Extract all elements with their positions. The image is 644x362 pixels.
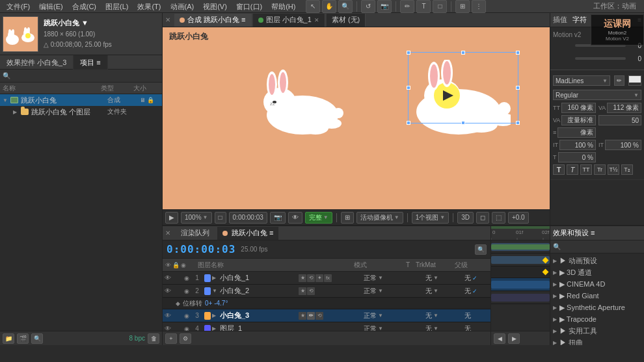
close-tab-2[interactable]: ✕	[314, 17, 319, 23]
effect-utility[interactable]: ▶ ▶ 实用工具	[550, 325, 644, 337]
layer2-expand[interactable]: ▼	[212, 288, 220, 294]
tab-character[interactable]: 字符	[572, 15, 587, 25]
new-folder-btn[interactable]: 📁	[3, 333, 14, 344]
add-layer-btn[interactable]: +	[165, 333, 177, 344]
menu-edit[interactable]: 编辑(E)	[35, 0, 67, 13]
tool-rotate[interactable]: ↺	[361, 0, 375, 13]
it-size-value[interactable]: 100 %	[559, 140, 596, 150]
grid-btn[interactable]: ⊞	[341, 212, 354, 224]
edit-font-btn[interactable]: ✏	[614, 75, 624, 86]
resolution-ctrl[interactable]: □	[215, 212, 226, 224]
menu-window[interactable]: 窗口(口)	[232, 0, 266, 13]
views-ctrl[interactable]: 1个视图 ▼	[412, 212, 449, 224]
tt-btn[interactable]: TT	[580, 164, 592, 175]
next-kf-btn[interactable]: ▶	[508, 333, 520, 344]
effect-distort[interactable]: ▶ ▶ 扭曲	[550, 337, 644, 345]
layer2-mode[interactable]: 正常 ▼	[364, 287, 416, 296]
layer-row-4[interactable]: 👁 ◉ 4 ▶ 图层_1 正常 ▼	[163, 322, 490, 331]
tab-effects-presets[interactable]: 效果和预设 ≡	[553, 228, 595, 238]
layer1-mode[interactable]: 正常 ▼	[364, 274, 416, 283]
new-comp-btn[interactable]: 🎬	[17, 333, 29, 344]
tab-project[interactable]: 项目 ≡	[74, 55, 107, 70]
zoom-ctrl[interactable]: 100% ▼	[181, 212, 212, 224]
layer2-trkmat[interactable]: 无 ▼	[425, 287, 464, 296]
effect-synthetic-aperture[interactable]: ▶ ▶ Synthetic Aperture	[550, 302, 644, 313]
play-btn[interactable]: ▶	[165, 212, 178, 224]
project-search-input[interactable]	[13, 72, 159, 79]
layer1-expand[interactable]: ▶	[212, 275, 220, 281]
tool-text[interactable]: T	[416, 0, 431, 13]
search-project-btn[interactable]: 🔍	[31, 333, 43, 344]
font-size-value[interactable]: 160 像素	[561, 103, 596, 113]
menu-layer[interactable]: 图层(L)	[101, 0, 132, 13]
show-hide-btn[interactable]: 👁	[288, 212, 302, 224]
font-name-dropdown[interactable]: MadLines ▼	[553, 75, 610, 86]
tab-render-queue[interactable]: 渲染队列	[176, 227, 215, 240]
3d-btn[interactable]: 3D	[457, 212, 474, 224]
comp-tab-2[interactable]: 图层 小白兔_1 ✕	[253, 14, 325, 27]
ratio-value[interactable]: 0 %	[558, 152, 597, 162]
effect-anim-presets[interactable]: ▶ ▶ 动画预设	[550, 255, 644, 266]
font-style-dropdown[interactable]: Regular ▼	[553, 90, 641, 100]
baseline-value[interactable]: 像素	[557, 127, 596, 138]
tsub-btn[interactable]: T₂	[621, 164, 633, 175]
kerning-value[interactable]: 112 像素	[607, 103, 641, 113]
layer1-eye[interactable]: 👁	[163, 274, 173, 281]
tool-select[interactable]: ↖	[306, 0, 320, 13]
layer-row-1[interactable]: 👁 ◉ 1 ▶ 小白兔_1 ★ ⟲ ✦ fx	[163, 272, 490, 285]
snapshot-btn[interactable]: 📷	[270, 212, 286, 224]
tab-effects-controls[interactable]: 效果控件 小白兔_3	[0, 55, 74, 70]
layer1-level[interactable]: 无 ✓	[464, 274, 490, 283]
search-timeline-btn[interactable]: 🔍	[475, 244, 487, 255]
it-size2-value[interactable]: 100 %	[605, 140, 641, 150]
layer3-level[interactable]: 无	[464, 311, 490, 320]
layer1-trkmat[interactable]: 无 ▼	[425, 274, 464, 283]
timecode-ctrl[interactable]: 0:00:00:03	[229, 212, 267, 224]
layer-row-3[interactable]: 👁 ◉ 3 ▶ 小白兔_3 ★ ✏ ⟲	[163, 309, 490, 322]
timeline-ruler[interactable]: 0 01f 02f 03f 04f 05f 06f	[491, 226, 550, 240]
tool-pen[interactable]: ✏	[400, 0, 414, 13]
delete-btn[interactable]: 🗑	[148, 333, 159, 344]
layer3-eye[interactable]: 👁	[163, 312, 173, 319]
tr-btn[interactable]: Tr	[594, 164, 606, 175]
timecode-display[interactable]: 0:00:00:03	[167, 243, 235, 255]
layer4-mode[interactable]: 正常 ▼	[364, 324, 416, 331]
project-item-comp[interactable]: ▼ 跳跃小白兔 合成 🖥 🔒	[0, 94, 162, 106]
menu-comp[interactable]: 合成(C)	[68, 0, 100, 13]
layer4-expand[interactable]: ▶	[212, 326, 220, 331]
layer3-mode[interactable]: 正常 ▼	[364, 311, 416, 320]
tracking-num-value[interactable]: 50	[598, 115, 641, 125]
layer1-solo[interactable]: ◉	[182, 275, 191, 281]
transp-btn[interactable]: ◻	[476, 212, 489, 224]
effect-3d-channel[interactable]: ▶ ▶ 3D 通道	[550, 266, 644, 278]
tab-interpolation[interactable]: 插值	[553, 15, 567, 25]
project-item-folder[interactable]: ▶ 跳跃小白兔 个图层 文件夹	[0, 106, 162, 118]
menu-help[interactable]: 帮助(H)	[267, 0, 299, 13]
layer2-level[interactable]: 无 ✓	[464, 287, 490, 296]
tracking-value[interactable]: 度量标准	[561, 115, 596, 125]
tool-align[interactable]: ⊞	[455, 0, 470, 13]
tfrac-btn[interactable]: T½	[608, 164, 619, 175]
effect-red-giant[interactable]: ▶ ▶ Red Giant	[550, 290, 644, 302]
viewport[interactable]: 跳跃小白兔 zz	[163, 27, 550, 209]
close-panel-btn[interactable]: ✕	[165, 16, 170, 23]
layer4-eye[interactable]: 👁	[163, 325, 173, 331]
layer3-solo[interactable]: ◉	[182, 313, 191, 319]
bold-btn[interactable]: T	[553, 164, 565, 175]
close-timeline-btn[interactable]: ✕	[165, 229, 170, 237]
tool-zoom[interactable]: 🔍	[338, 0, 353, 13]
layer-row-2[interactable]: 👁 ◉ 2 ▼ 小白兔_2 ★ ⟲ 正常	[163, 285, 490, 298]
layer-sub-row[interactable]: ◆ 位移转 0+ -4.7°	[163, 298, 490, 309]
tab-composition[interactable]: 跳跃小白兔 ≡	[217, 227, 278, 240]
menu-file[interactable]: 文件(F)	[3, 0, 34, 13]
comp-tab-1[interactable]: 合成 跳跃小白兔 ≡	[174, 14, 252, 27]
layer3-expand[interactable]: ▶	[212, 313, 220, 318]
tool-camera[interactable]: 📷	[377, 0, 392, 13]
menu-view[interactable]: 视图(V)	[199, 0, 231, 13]
pixel-btn[interactable]: ⬚	[492, 212, 505, 224]
effect-trapcode[interactable]: ▶ ▶ Trapcode	[550, 313, 644, 325]
motion2-slider-2[interactable]	[575, 57, 626, 60]
settings-btn[interactable]: ⚙	[180, 333, 191, 344]
camera-ctrl[interactable]: 活动摄像机 ▼	[356, 212, 403, 224]
menu-effect[interactable]: 效果(T)	[133, 0, 165, 13]
